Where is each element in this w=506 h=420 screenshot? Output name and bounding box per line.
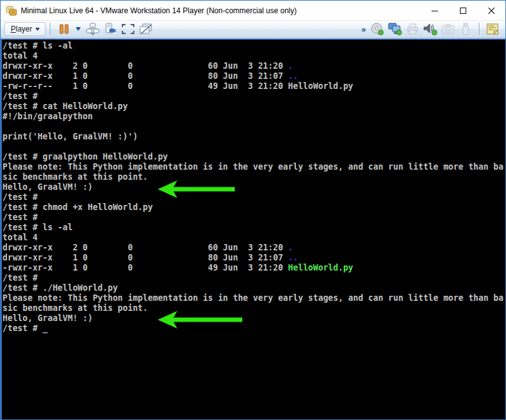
title-bar[interactable]: Minimal Linux Live 64 - VMware Workstati…	[1, 1, 505, 20]
terminal-line: /test # ls -al	[3, 41, 505, 51]
terminal-line: /test #	[3, 273, 505, 283]
terminal-line: /test #	[3, 192, 505, 202]
webcam-device-button[interactable]	[440, 21, 456, 37]
chevron-down-icon	[76, 27, 81, 31]
toolbar: Player	[1, 20, 505, 38]
terminal-line	[3, 142, 505, 152]
window-title: Minimal Linux Live 64 - VMware Workstati…	[21, 6, 420, 15]
chevron-down-icon	[35, 28, 40, 31]
minimize-button[interactable]	[420, 1, 449, 20]
vmware-player-logo-icon	[6, 6, 17, 16]
terminal-line	[3, 122, 505, 132]
speaker-icon	[423, 23, 437, 35]
network-adapter-device-button[interactable]	[387, 21, 403, 37]
player-menu-button[interactable]: Player	[4, 22, 45, 36]
ctrl-alt-del-icon	[86, 23, 99, 35]
more-toolbar-options-button[interactable]: »	[359, 25, 368, 34]
terminal-line: /test #	[3, 91, 505, 102]
pause-icon	[59, 24, 69, 34]
usb-stick-icon	[462, 23, 469, 35]
terminal-line: /test # ls -al	[3, 223, 505, 233]
sticky-note-icon	[486, 23, 499, 35]
terminal-line: #!/bin/graalpython	[3, 112, 505, 122]
suspend-dropdown-button[interactable]	[74, 21, 83, 37]
terminal-line: /test #	[3, 213, 505, 223]
device-plug-icon	[104, 23, 117, 35]
terminal-line: drwxr-xr-x 2 0 0 60 Jun 3 21:20 .	[3, 61, 505, 71]
suspend-button[interactable]	[56, 21, 71, 37]
camera-icon	[442, 24, 454, 34]
usb-device-button[interactable]	[458, 21, 473, 37]
full-screen-button[interactable]	[121, 21, 136, 37]
unity-mode-button[interactable]	[138, 21, 153, 37]
terminal-line: /test # _	[3, 324, 505, 334]
terminal-line: Hello, GraalVM! :)	[3, 313, 505, 324]
terminal-line: /test # chmod +x HelloWorld.py	[3, 202, 505, 213]
printer-device-button[interactable]	[405, 21, 420, 37]
printer-icon	[406, 23, 419, 35]
terminal-line: -rwxr-xr-x 1 0 0 49 Jun 3 21:20 HelloWor…	[3, 263, 505, 273]
maximize-button[interactable]	[449, 1, 477, 20]
window-controls	[420, 1, 505, 20]
network-displays-icon	[388, 23, 402, 35]
sound-device-button[interactable]	[423, 21, 438, 37]
terminal-line: -rw-r--r-- 1 0 0 49 Jun 3 21:20 HelloWor…	[3, 81, 505, 91]
terminal-line: drwxr-xr-x 2 0 0 60 Jun 3 21:20 .	[3, 243, 505, 253]
terminal-line: Please note: This Python implementation …	[3, 293, 505, 303]
close-button[interactable]	[477, 1, 505, 20]
vm-console[interactable]: /test # ls -altotal 4drwxr-xr-x 2 0 0 60…	[1, 38, 506, 420]
terminal-line: drwxr-xr-x 1 0 0 80 Jun 3 21:07 ..	[3, 71, 505, 81]
terminal-line: /test # graalpython HelloWorld.py	[3, 152, 505, 162]
terminal-line: total 4	[3, 51, 505, 61]
terminal-output[interactable]: /test # ls -altotal 4drwxr-xr-x 2 0 0 60…	[2, 40, 505, 419]
cd-dvd-device-button[interactable]	[370, 21, 385, 37]
terminal-line: sic benchmarks at this point.	[3, 172, 505, 182]
terminal-line: Hello, GraalVM! :)	[3, 182, 505, 192]
vmware-player-window: Minimal Linux Live 64 - VMware Workstati…	[0, 0, 506, 420]
terminal-line: /test # ./HelloWorld.py	[3, 283, 505, 293]
send-ctrl-alt-del-button[interactable]	[85, 21, 100, 37]
unity-windows-icon	[139, 23, 152, 35]
toolbar-separator	[479, 23, 480, 35]
toolbar-separator	[50, 23, 50, 35]
terminal-line: total 4	[3, 233, 505, 243]
cd-disc-icon	[371, 23, 384, 35]
virtual-machine-settings-button[interactable]	[103, 21, 118, 37]
player-menu-label: Player	[11, 25, 32, 33]
terminal-line: drwxr-xr-x 1 0 0 80 Jun 3 21:07 ..	[3, 253, 505, 263]
terminal-line: /test # cat HelloWorld.py	[3, 102, 505, 112]
terminal-line: print('Hello, GraalVM! :)')	[3, 132, 505, 142]
terminal-line: Please note: This Python implementation …	[3, 162, 505, 172]
terminal-line: sic benchmarks at this point.	[3, 303, 505, 313]
vm-notes-button[interactable]	[485, 21, 500, 37]
fullscreen-icon	[122, 24, 134, 34]
